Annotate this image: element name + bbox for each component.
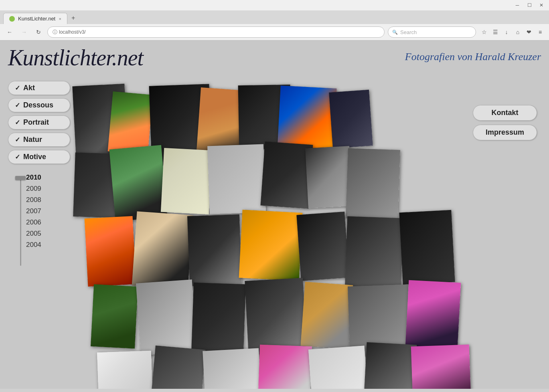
- new-tab-button[interactable]: +: [67, 12, 79, 24]
- year-item-2006[interactable]: 2006: [26, 217, 76, 228]
- tab-favicon: [9, 16, 15, 22]
- slider-track: [20, 178, 21, 266]
- photo-item[interactable]: [97, 351, 154, 389]
- back-button[interactable]: ←: [4, 26, 15, 38]
- photo-item[interactable]: [109, 145, 167, 222]
- year-item-2007[interactable]: 2007: [26, 206, 76, 217]
- logo-text: Kunstlichter.net: [8, 45, 143, 70]
- photo-item[interactable]: [150, 346, 206, 389]
- photo-item[interactable]: [296, 212, 349, 281]
- search-icon: 🔍: [392, 30, 398, 35]
- site-logo: Kunstlichter.net: [8, 45, 143, 71]
- slider-handle[interactable]: [15, 176, 26, 180]
- year-list: 2010200920082007200620052004: [26, 172, 76, 251]
- home-icon[interactable]: ⌂: [513, 27, 523, 37]
- checkbox-icon: ✓: [15, 136, 20, 143]
- refresh-button[interactable]: ↻: [33, 26, 44, 38]
- tab-bar: KunstLichter.net × +: [0, 10, 549, 24]
- window-controls: ─ ☐ ✕: [515, 2, 544, 8]
- menu-icon[interactable]: ≡: [535, 27, 545, 37]
- category-label: Motive: [23, 153, 46, 161]
- impressum-button[interactable]: Impressum: [473, 125, 537, 140]
- tab-title: KunstLichter.net: [18, 16, 55, 22]
- close-button[interactable]: ✕: [539, 2, 544, 8]
- top-right-actions: Kontakt Impressum: [473, 105, 537, 140]
- url-text: localhost/v3/: [59, 29, 86, 35]
- category-btn-motive[interactable]: ✓Motive: [8, 150, 70, 164]
- category-label: Natur: [23, 135, 42, 144]
- toolbar-icons: ☆ ☰ ↓ ⌂ ❤ ≡: [479, 27, 545, 37]
- photo-item[interactable]: [191, 283, 246, 354]
- category-btn-natur[interactable]: ✓Natur: [8, 133, 70, 147]
- year-item-2009[interactable]: 2009: [26, 183, 76, 194]
- kontakt-button[interactable]: Kontakt: [473, 105, 537, 121]
- url-icon: ⓘ: [53, 29, 57, 36]
- category-btn-akt[interactable]: ✓Akt: [8, 81, 70, 95]
- photo-item[interactable]: [132, 211, 193, 289]
- photo-item[interactable]: [405, 280, 461, 349]
- checkbox-icon: ✓: [15, 153, 20, 161]
- photo-collage: [74, 85, 475, 389]
- minimize-button[interactable]: ─: [515, 2, 520, 8]
- website-content: Kunstlichter.net Fotografien von Harald …: [0, 41, 549, 389]
- search-placeholder: Search: [400, 29, 417, 35]
- photo-item[interactable]: [245, 278, 306, 355]
- checkbox-icon: ✓: [15, 84, 20, 92]
- year-filter: 2010200920082007200620052004: [8, 172, 76, 251]
- search-bar[interactable]: 🔍 Search: [388, 26, 476, 38]
- photo-item[interactable]: [91, 284, 138, 349]
- photo-item[interactable]: [363, 342, 417, 389]
- url-bar[interactable]: ⓘ localhost/v3/: [47, 26, 385, 38]
- checkbox-icon: ✓: [15, 119, 20, 126]
- site-subtitle: Fotografien von Harald Kreuzer: [405, 45, 541, 63]
- photo-item[interactable]: [329, 90, 373, 149]
- year-item-2010[interactable]: 2010: [26, 172, 76, 183]
- photo-item[interactable]: [207, 144, 266, 214]
- checkbox-icon: ✓: [15, 101, 20, 109]
- title-bar: ─ ☐ ✕: [0, 0, 549, 10]
- browser-tab[interactable]: KunstLichter.net ×: [3, 13, 67, 24]
- year-item-2008[interactable]: 2008: [26, 194, 76, 206]
- maximize-button[interactable]: ☐: [527, 2, 532, 8]
- photo-item[interactable]: [108, 91, 153, 155]
- tab-close-button[interactable]: ×: [59, 16, 61, 21]
- photo-item[interactable]: [411, 345, 472, 389]
- category-btn-dessous[interactable]: ✓Dessous: [8, 98, 70, 112]
- category-label: Dessous: [23, 101, 53, 109]
- navigation-bar: ← → ↻ ⓘ localhost/v3/ 🔍 Search ☆ ☰ ↓ ⌂ ❤…: [0, 24, 549, 40]
- year-item-2004[interactable]: 2004: [26, 239, 76, 251]
- photo-item[interactable]: [203, 348, 262, 389]
- site-header: Kunstlichter.net Fotografien von Harald …: [0, 41, 549, 75]
- sidebar: ✓Akt✓Dessous✓Portrait✓Natur✓Motive 20102…: [8, 81, 76, 251]
- pocket-icon[interactable]: ❤: [524, 27, 534, 37]
- photo-item[interactable]: [301, 282, 353, 349]
- category-btn-portrait[interactable]: ✓Portrait: [8, 115, 70, 129]
- forward-button: →: [18, 26, 30, 38]
- category-label: Akt: [23, 84, 35, 92]
- photo-item[interactable]: [136, 279, 197, 355]
- photo-item[interactable]: [239, 210, 303, 281]
- year-item-2005[interactable]: 2005: [26, 228, 76, 239]
- photo-item[interactable]: [346, 148, 400, 220]
- photo-item[interactable]: [308, 346, 369, 389]
- bookmark-icon[interactable]: ☆: [479, 27, 489, 37]
- category-label: Portrait: [23, 118, 49, 127]
- photo-item[interactable]: [257, 345, 312, 389]
- category-list: ✓Akt✓Dessous✓Portrait✓Natur✓Motive: [8, 81, 76, 164]
- browser-chrome: ─ ☐ ✕ KunstLichter.net × + ← → ↻ ⓘ local…: [0, 0, 549, 41]
- photo-item[interactable]: [305, 146, 352, 208]
- photo-item[interactable]: [85, 216, 136, 287]
- photo-item[interactable]: [399, 210, 455, 285]
- photo-item[interactable]: [161, 148, 212, 214]
- download-icon[interactable]: ↓: [502, 27, 511, 37]
- photo-item[interactable]: [187, 214, 242, 286]
- reader-icon[interactable]: ☰: [490, 27, 500, 37]
- photo-item[interactable]: [345, 216, 403, 289]
